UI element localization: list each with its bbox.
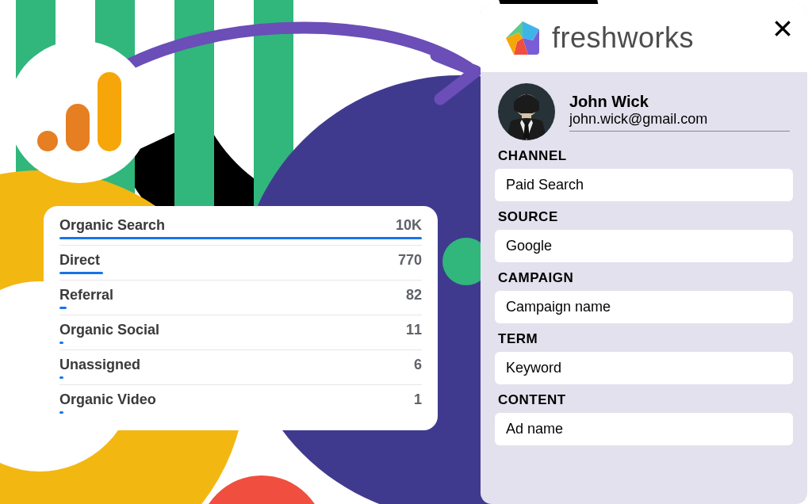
row-value: 1 [414,391,422,408]
table-row[interactable]: Organic Social11 [59,315,422,342]
contact-email: john.wick@gmail.com [569,111,790,128]
row-bar [59,342,422,344]
row-label: Organic Social [59,322,159,338]
source-value[interactable]: Google [495,230,793,262]
ga-logo-bar-short-icon [66,104,90,151]
table-row[interactable]: Organic Search10K [59,216,422,237]
content-label: CONTENT [498,392,790,408]
campaign-label: CAMPAIGN [498,270,790,286]
channel-value[interactable]: Paid Search [495,169,793,201]
google-analytics-logo [8,40,151,183]
freshworks-card: freshworks John Wick john.wick@gmail.com [481,4,807,504]
row-label: Unassigned [59,357,140,373]
table-row[interactable]: Direct770 [59,245,422,272]
table-row[interactable]: Referral82 [59,280,422,307]
close-button[interactable] [769,15,796,42]
row-bar [59,376,422,379]
source-label: SOURCE [498,209,790,225]
row-label: Referral [59,287,113,304]
table-row[interactable]: Organic Video1 [59,384,422,411]
row-label: Organic Search [59,217,165,234]
row-label: Direct [59,252,100,269]
ga-logo-dot-icon [37,131,58,151]
term-label: TERM [498,331,790,347]
term-value[interactable]: Keyword [495,352,793,384]
row-bar [59,237,422,239]
table-row[interactable]: Unassigned6 [59,349,422,376]
row-bar [59,272,422,274]
close-icon [772,18,793,39]
contact-row: John Wick john.wick@gmail.com [498,83,790,140]
row-value: 82 [406,287,422,304]
contact-avatar [498,83,555,140]
campaign-value[interactable]: Campaign name [495,291,793,323]
contact-info: John Wick john.wick@gmail.com [569,93,790,132]
channel-label: CHANNEL [498,148,790,164]
row-bar [59,411,422,414]
freshworks-logo-icon [504,20,541,56]
freshworks-header: freshworks [481,4,807,72]
stage: Organic Search10KDirect770Referral82Orga… [0,0,812,504]
row-value: 11 [406,322,422,338]
row-value: 6 [414,357,422,373]
row-value: 770 [398,252,422,269]
acquisition-channels-card: Organic Search10KDirect770Referral82Orga… [44,206,438,430]
content-value[interactable]: Ad name [495,413,793,445]
row-label: Organic Video [59,391,156,408]
contact-name: John Wick [569,93,790,111]
freshworks-brand: freshworks [552,21,694,55]
row-value: 10K [396,217,422,234]
row-bar [59,307,422,309]
ga-logo-bar-tall-icon [98,72,121,151]
